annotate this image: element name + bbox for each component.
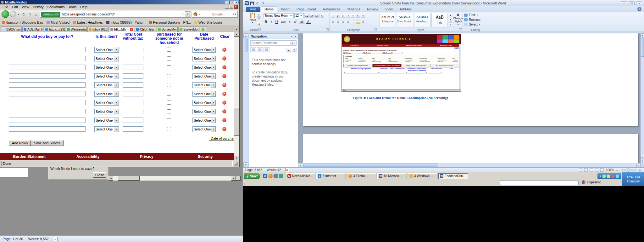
scrollbar-thumb[interactable]: [234, 107, 239, 136]
next-page-button[interactable]: ▼: [641, 159, 644, 163]
date-purchased-select[interactable]: Select One▼: [192, 109, 216, 114]
zoom-level[interactable]: 100%: [606, 168, 614, 172]
nav-search-box[interactable]: ▼: [250, 40, 297, 46]
clear-row-button[interactable]: −: [222, 56, 226, 60]
footer-link[interactable]: Privacy: [117, 154, 176, 159]
bookmark-item[interactable]: Latest Headlines: [73, 20, 103, 24]
pane-scrollbar[interactable]: ▲ ▼: [243, 33, 248, 167]
taskbar-window-button[interactable]: 3 Windows ...: [408, 173, 437, 179]
browser-tab[interactable]: Wednesday...: [66, 26, 87, 32]
styles-more-button[interactable]: ≡: [449, 22, 452, 26]
document-vertical-scrollbar[interactable]: ▲ ▲ ▼: [641, 33, 644, 163]
borders-button[interactable]: ⊞: [361, 20, 365, 24]
left-status-words[interactable]: Words: 9,552: [28, 237, 48, 241]
align-left-button[interactable]: ≡: [331, 20, 335, 24]
spelling-status-icon[interactable]: [54, 237, 58, 241]
taskbar-window-button[interactable]: 3 Firefox ...: [347, 173, 376, 179]
taskbar-window-button[interactable]: Novell-delive...: [286, 173, 315, 179]
document-area[interactable]: DIARY SURVEY InstructionsSummary ScreenR…: [298, 33, 641, 163]
tray-icon-updates[interactable]: [607, 175, 610, 178]
url-text[interactable]: https://respond.census.gov/ced/fdh: [62, 12, 180, 16]
decrease-indent-button[interactable]: «: [346, 14, 350, 18]
close-button[interactable]: ×: [234, 1, 238, 4]
ribbon-tab[interactable]: Add-Ins: [397, 7, 415, 12]
total-cost-input[interactable]: [123, 82, 143, 88]
menu-item[interactable]: Edit: [10, 5, 20, 9]
previous-page-button[interactable]: ▲: [641, 155, 644, 159]
forward-button[interactable]: →: [10, 11, 16, 17]
date-purchased-select[interactable]: Select One▼: [192, 82, 216, 88]
purchased-for-other-checkbox[interactable]: [167, 109, 171, 113]
increase-indent-button[interactable]: »: [351, 14, 355, 18]
nav-pane-close-button[interactable]: ×: [294, 35, 296, 38]
undo-icon[interactable]: ↶: [255, 2, 259, 5]
styles-scroll-up-button[interactable]: ▴: [449, 13, 452, 17]
is-this-item-select[interactable]: Select One▼: [94, 91, 119, 97]
purchased-for-other-checkbox[interactable]: [167, 118, 171, 122]
scroll-right-button[interactable]: ►: [636, 163, 641, 167]
total-cost-input[interactable]: [123, 73, 143, 79]
styles-dialog-launcher[interactable]: ◿: [459, 28, 462, 31]
ribbon-tab[interactable]: Review: [364, 7, 381, 12]
menu-item[interactable]: File: [1, 5, 10, 9]
clear-row-button[interactable]: −: [222, 48, 226, 52]
nav-pane-options-dropdown[interactable]: ▼: [291, 35, 293, 37]
scrollbar-thumb[interactable]: [244, 39, 248, 52]
scrollbar-thumb[interactable]: [641, 38, 644, 57]
browser-tab[interactable]: Inbox (6203...: [87, 26, 108, 32]
view-draft-button[interactable]: [600, 168, 604, 172]
menu-item[interactable]: View: [20, 5, 31, 9]
quick-launch-desktop-icon[interactable]: [279, 174, 283, 178]
quick-launch-mail-icon[interactable]: [274, 174, 278, 178]
status-page[interactable]: Page: 3 of 3: [245, 168, 262, 172]
taskbar-window-button[interactable]: 5 Internet ...: [316, 173, 346, 179]
justify-button[interactable]: ≡: [346, 20, 350, 24]
total-cost-input[interactable]: [123, 126, 143, 132]
sort-button[interactable]: A↓: [356, 14, 360, 18]
purchased-for-other-checkbox[interactable]: [167, 83, 171, 87]
item-description-input[interactable]: [9, 126, 86, 132]
shrink-font-button[interactable]: A▾: [309, 14, 314, 18]
clear-row-button[interactable]: −: [222, 74, 226, 78]
clear-row-button[interactable]: −: [222, 118, 226, 122]
view-fullscreen-button[interactable]: [584, 168, 588, 172]
purchased-for-other-checkbox[interactable]: [167, 127, 171, 131]
nav-tab-headings[interactable]: [250, 47, 256, 52]
word-close-button[interactable]: ×: [636, 1, 642, 5]
clear-row-button[interactable]: −: [222, 65, 226, 69]
scroll-up-button[interactable]: ▲: [243, 33, 248, 38]
shading-button[interactable]: [356, 20, 360, 24]
save-icon[interactable]: [250, 2, 254, 5]
cut-button[interactable]: ✂: [257, 13, 261, 17]
tray-chevron[interactable]: «: [599, 174, 601, 178]
status-words[interactable]: Words: 42: [267, 168, 281, 172]
tray-icon-volume[interactable]: [611, 175, 614, 178]
help-icon[interactable]: ?: [637, 7, 641, 11]
subscript-button[interactable]: x₂: [288, 20, 292, 24]
numbering-button[interactable]: 1≡: [336, 14, 340, 18]
menubar-minimize-button[interactable]: _: [225, 5, 229, 9]
scroll-up-button[interactable]: ▲: [234, 32, 239, 37]
paragraph-dialog-launcher[interactable]: ◿: [375, 28, 377, 31]
date-purchased-select[interactable]: Select One▼: [192, 73, 216, 79]
site-identity-badge[interactable]: census.gov: [41, 12, 60, 17]
date-purchased-select[interactable]: Select One▼: [192, 56, 216, 61]
save-and-submit-button[interactable]: Save and Submit: [31, 140, 64, 146]
next-result-button[interactable]: ▾: [292, 48, 297, 52]
total-cost-input[interactable]: [123, 56, 143, 61]
clear-row-button[interactable]: −: [222, 92, 226, 96]
date-purchased-select[interactable]: Select One▼: [192, 91, 216, 97]
ribbon-tab[interactable]: References: [320, 7, 344, 12]
nav-tab-results[interactable]: [264, 47, 269, 52]
item-description-input[interactable]: [9, 65, 86, 70]
date-purchased-select[interactable]: Select One▼: [192, 126, 216, 132]
change-case-button[interactable]: Aa: [314, 14, 319, 18]
address-bar[interactable]: census.gov https://respond.census.gov/ce…: [40, 11, 191, 18]
show-formatting-marks-button[interactable]: ¶: [361, 14, 365, 18]
purchased-for-other-checkbox[interactable]: [167, 48, 171, 52]
scrollbar-thumb[interactable]: [303, 164, 438, 167]
scroll-left-button[interactable]: ◄: [298, 163, 302, 167]
clear-row-button[interactable]: −: [222, 83, 226, 87]
left-status-page[interactable]: Page: 1 of 36: [3, 237, 23, 241]
date-purchased-select[interactable]: Select One▼: [192, 118, 216, 123]
